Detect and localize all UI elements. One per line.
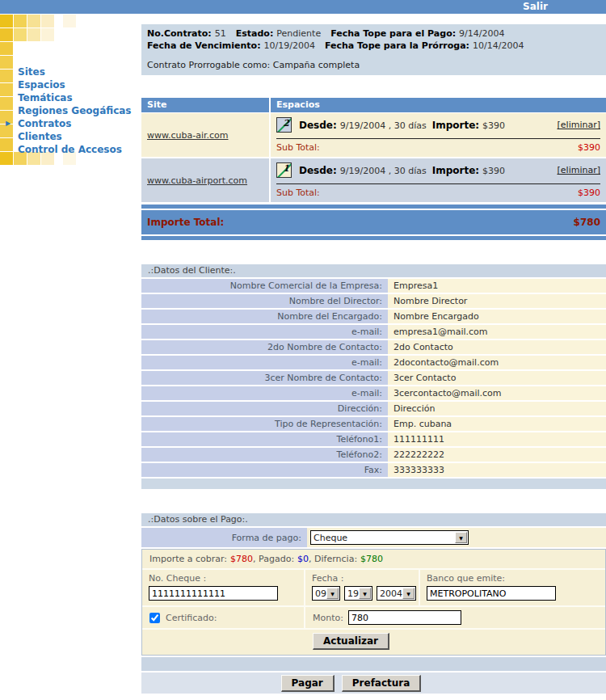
client-data-section: .:Datos del Cliente:. Nombre Comercial d…: [141, 264, 606, 489]
sidebar-menu: Sites Espacios Temáticas Regiones Geogáf…: [0, 65, 141, 156]
active-item-arrow-icon: ▶: [6, 117, 11, 130]
sidebar-item-label: Espacios: [18, 79, 65, 91]
fecha-day-select[interactable]: 19▼: [344, 586, 372, 601]
spacer-band: [141, 657, 606, 671]
dropdown-arrow-icon: ▼: [326, 588, 339, 599]
importe-total-label: Importe Total:: [147, 217, 224, 228]
site-cell: www.cuba-airport.com: [141, 158, 271, 202]
pagado-value: $0: [297, 554, 309, 564]
prefactura-button[interactable]: Prefactura: [342, 675, 422, 692]
espacios-cell: 2 Desde:9/19/2004 , 30 díasImporte:$390 …: [271, 113, 606, 157]
extension-deadline: Fecha Tope para la Prórroga:10/14/2004: [325, 40, 524, 51]
client-row-label: Fax:: [141, 463, 388, 477]
client-row-value: 222222222: [388, 448, 606, 462]
site-link[interactable]: www.cuba-airport.com: [147, 175, 247, 186]
client-row-label: Nombre del Director:: [141, 294, 388, 308]
client-row-value: Emp. cubana: [388, 417, 606, 431]
sidebar-item-label: Temáticas: [18, 92, 73, 103]
client-row-value: 111111111: [388, 432, 606, 446]
sidebar-item-label: Control de Accesos: [18, 144, 122, 155]
subtotal-row: Sub Total: $390: [276, 139, 600, 155]
payment-deadline: Fecha Tope para el Pago:9/14/2004: [330, 28, 504, 39]
certificado-row: Certificado: Monto:: [142, 607, 605, 630]
pagado-label: , Pagado:: [253, 554, 294, 564]
payment-section: .:Datos sobre el Pago:. Forma de pago: C…: [141, 513, 606, 694]
banco-label: Banco que emite:: [427, 573, 599, 584]
top-bar: Salir: [0, 0, 606, 14]
forma-de-pago-row: Forma de pago: Cheque ▼: [141, 528, 606, 547]
sidebar-item-label: Regiones Geogáficas: [18, 105, 132, 116]
fecha-year-select[interactable]: 2004▼: [377, 586, 416, 601]
sidebar-decoration: [0, 15, 13, 27]
client-row-label: 3cer Nombre de Contacto:: [141, 371, 388, 385]
monto-label: Monto:: [313, 613, 343, 623]
diferencia-value: $780: [360, 554, 383, 564]
client-row: Fax:333333333: [141, 463, 606, 477]
client-row-label: Nombre del Encargado:: [141, 310, 388, 323]
sidebar-item-clientes[interactable]: Clientes: [0, 130, 141, 143]
sidebar-item-regiones-geograficas[interactable]: Regiones Geogáficas: [0, 104, 141, 117]
client-row-value: Nombre Director: [388, 294, 606, 308]
sites-table: Site Espacios www.cuba-air.com 2 Desde:9…: [141, 98, 606, 240]
sidebar-item-espacios[interactable]: Espacios: [0, 78, 141, 91]
sidebar-item-label: Contratos: [18, 118, 71, 129]
client-row: Nombre del Encargado:Nombre Encargado: [141, 310, 606, 323]
client-row: Teléfono2:222222222: [141, 448, 606, 462]
monto-input[interactable]: [348, 610, 461, 625]
espacios-cell: 1 Desde:9/19/2004 , 30 díasImporte:$390 …: [271, 158, 606, 202]
actualizar-button[interactable]: Actualizar: [313, 633, 389, 650]
payment-fields-row: No. Cheque : Fecha : 09▼ 19▼ 2004▼ Banco…: [142, 570, 605, 607]
contract-status: Estado:Pendiente: [236, 28, 321, 39]
no-cheque-input[interactable]: [149, 586, 278, 601]
importe-a-cobrar-value: $780: [230, 554, 253, 564]
client-row-value: 3cer Contacto: [388, 371, 606, 385]
section-title: .:Datos del Cliente:.: [141, 264, 606, 277]
client-row: 2do Nombre de Contacto:2do Contacto: [141, 340, 606, 354]
sidebar-item-contratos[interactable]: ▶Contratos: [0, 117, 141, 130]
certificado-label: Certificado:: [166, 613, 217, 623]
payment-summary: Importe a cobrar:$780, Pagado:$0, Difern…: [142, 550, 605, 570]
sidebar-item-control-de-accesos[interactable]: Control de Accesos: [0, 143, 141, 156]
certificado-checkbox[interactable]: [149, 613, 160, 623]
client-row-label: 2do Nombre de Contacto:: [141, 340, 388, 354]
expiration-date: Fecha de Vencimiento:10/19/2004: [147, 40, 315, 51]
main-content: No.Contrato:51Estado:PendienteFecha Tope…: [141, 24, 606, 694]
client-row-value: 333333333: [388, 463, 606, 477]
client-row-value: Dirección: [388, 402, 606, 415]
client-row: e-mail:2docontacto@mail.com: [141, 356, 606, 369]
client-row-value: Empresa1: [388, 279, 606, 293]
sidebar-item-tematicas[interactable]: Temáticas: [0, 91, 141, 104]
espacio-entry: 2 Desde:9/19/2004 , 30 díasImporte:$390 …: [276, 117, 600, 139]
banco-input[interactable]: [427, 586, 556, 601]
espacio-details: Desde:9/19/2004 , 30 díasImporte:$390: [299, 165, 505, 176]
client-row-value: 2do Contacto: [388, 340, 606, 354]
sidebar-item-sites[interactable]: Sites: [0, 65, 141, 78]
client-row: Nombre Comercial de la Empresa:Empresa1: [141, 279, 606, 293]
sidebar-item-label: Clientes: [18, 131, 62, 142]
forma-de-pago-select[interactable]: Cheque ▼: [310, 530, 469, 545]
dropdown-arrow-icon: ▼: [359, 588, 371, 599]
eliminar-link[interactable]: [eliminar]: [558, 120, 600, 130]
sites-table-header: Site Espacios: [141, 98, 606, 112]
client-section-footer: [141, 479, 606, 489]
espacio-status-icon: 2: [276, 117, 292, 133]
client-row: e-mail:3cercontacto@mail.com: [141, 386, 606, 400]
client-row-label: e-mail:: [141, 386, 388, 400]
pagar-button[interactable]: Pagar: [281, 675, 335, 692]
dropdown-arrow-icon: ▼: [402, 588, 415, 599]
client-row: 3cer Nombre de Contacto:3cer Contacto: [141, 371, 606, 385]
table-row: www.cuba-air.com 2 Desde:9/19/2004 , 30 …: [141, 113, 606, 157]
client-row: Nombre del Director:Nombre Director: [141, 294, 606, 308]
fecha-month-select[interactable]: 09▼: [312, 586, 340, 601]
subtotal-row: Sub Total: $390: [276, 184, 600, 200]
client-row: Teléfono1:111111111: [141, 432, 606, 446]
client-row-label: Dirección:: [141, 402, 388, 415]
column-header-site: Site: [141, 98, 271, 112]
contract-info-line-2: Fecha de Vencimiento:10/19/2004Fecha Top…: [147, 40, 600, 52]
client-row-label: e-mail:: [141, 356, 388, 369]
salir-link[interactable]: Salir: [523, 1, 548, 12]
contract-extendable-note: Contrato Prorrogable como: Campaña compl…: [147, 60, 600, 70]
site-link[interactable]: www.cuba-air.com: [147, 130, 229, 141]
table-row: www.cuba-airport.com 1 Desde:9/19/2004 ,…: [141, 158, 606, 202]
eliminar-link[interactable]: [eliminar]: [558, 165, 600, 175]
